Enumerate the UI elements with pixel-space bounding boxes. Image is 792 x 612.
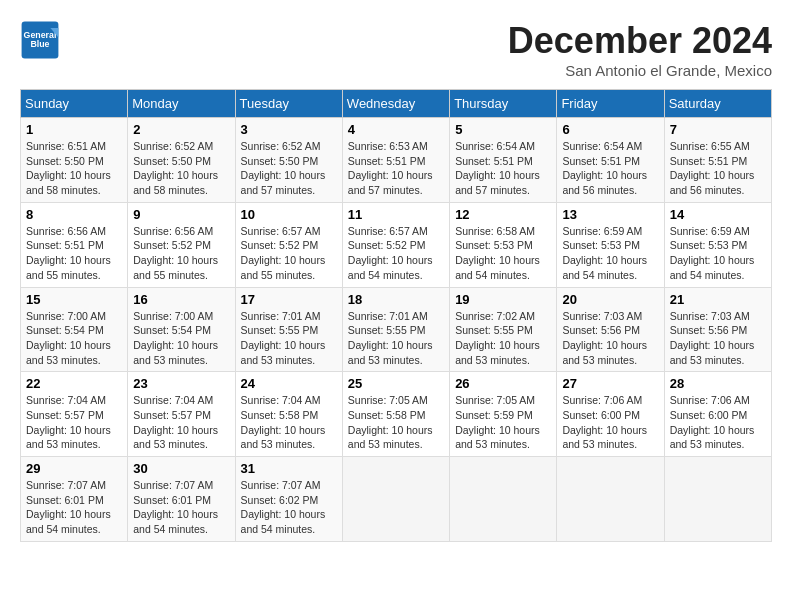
day-number: 28 [670,376,766,391]
day-detail: Sunrise: 7:05 AM Sunset: 5:58 PM Dayligh… [348,393,444,452]
day-detail: Sunrise: 7:03 AM Sunset: 5:56 PM Dayligh… [562,309,658,368]
day-detail: Sunrise: 7:02 AM Sunset: 5:55 PM Dayligh… [455,309,551,368]
calendar-day-cell: 18 Sunrise: 7:01 AM Sunset: 5:55 PM Dayl… [342,287,449,372]
day-number: 1 [26,122,122,137]
day-detail: Sunrise: 7:07 AM Sunset: 6:01 PM Dayligh… [133,478,229,537]
logo-icon: General Blue [20,20,60,60]
day-detail: Sunrise: 6:55 AM Sunset: 5:51 PM Dayligh… [670,139,766,198]
calendar-day-cell: 27 Sunrise: 7:06 AM Sunset: 6:00 PM Dayl… [557,372,664,457]
day-number: 18 [348,292,444,307]
calendar-day-cell [450,457,557,542]
day-number: 16 [133,292,229,307]
header-tuesday: Tuesday [235,90,342,118]
day-detail: Sunrise: 6:56 AM Sunset: 5:52 PM Dayligh… [133,224,229,283]
calendar-day-cell: 4 Sunrise: 6:53 AM Sunset: 5:51 PM Dayli… [342,118,449,203]
calendar-day-cell: 22 Sunrise: 7:04 AM Sunset: 5:57 PM Dayl… [21,372,128,457]
day-detail: Sunrise: 6:57 AM Sunset: 5:52 PM Dayligh… [348,224,444,283]
calendar-day-cell: 12 Sunrise: 6:58 AM Sunset: 5:53 PM Dayl… [450,202,557,287]
calendar-day-cell: 15 Sunrise: 7:00 AM Sunset: 5:54 PM Dayl… [21,287,128,372]
day-number: 20 [562,292,658,307]
calendar-day-cell: 16 Sunrise: 7:00 AM Sunset: 5:54 PM Dayl… [128,287,235,372]
day-number: 22 [26,376,122,391]
day-number: 7 [670,122,766,137]
day-number: 6 [562,122,658,137]
day-number: 4 [348,122,444,137]
calendar-day-cell [557,457,664,542]
day-number: 30 [133,461,229,476]
day-detail: Sunrise: 7:03 AM Sunset: 5:56 PM Dayligh… [670,309,766,368]
svg-text:General: General [24,30,57,40]
day-detail: Sunrise: 7:00 AM Sunset: 5:54 PM Dayligh… [133,309,229,368]
title-area: December 2024 San Antonio el Grande, Mex… [508,20,772,79]
day-detail: Sunrise: 7:07 AM Sunset: 6:01 PM Dayligh… [26,478,122,537]
day-number: 8 [26,207,122,222]
calendar-day-cell: 9 Sunrise: 6:56 AM Sunset: 5:52 PM Dayli… [128,202,235,287]
calendar-subtitle: San Antonio el Grande, Mexico [508,62,772,79]
page-header: General Blue December 2024 San Antonio e… [20,20,772,79]
calendar-day-cell [342,457,449,542]
day-detail: Sunrise: 7:00 AM Sunset: 5:54 PM Dayligh… [26,309,122,368]
day-detail: Sunrise: 7:07 AM Sunset: 6:02 PM Dayligh… [241,478,337,537]
day-number: 21 [670,292,766,307]
day-detail: Sunrise: 6:58 AM Sunset: 5:53 PM Dayligh… [455,224,551,283]
day-number: 19 [455,292,551,307]
calendar-day-cell: 8 Sunrise: 6:56 AM Sunset: 5:51 PM Dayli… [21,202,128,287]
day-detail: Sunrise: 6:59 AM Sunset: 5:53 PM Dayligh… [562,224,658,283]
calendar-day-cell: 14 Sunrise: 6:59 AM Sunset: 5:53 PM Dayl… [664,202,771,287]
calendar-day-cell: 23 Sunrise: 7:04 AM Sunset: 5:57 PM Dayl… [128,372,235,457]
day-detail: Sunrise: 7:04 AM Sunset: 5:58 PM Dayligh… [241,393,337,452]
day-detail: Sunrise: 7:04 AM Sunset: 5:57 PM Dayligh… [133,393,229,452]
day-number: 2 [133,122,229,137]
header-friday: Friday [557,90,664,118]
calendar-day-cell: 13 Sunrise: 6:59 AM Sunset: 5:53 PM Dayl… [557,202,664,287]
day-number: 26 [455,376,551,391]
day-detail: Sunrise: 6:57 AM Sunset: 5:52 PM Dayligh… [241,224,337,283]
day-detail: Sunrise: 7:01 AM Sunset: 5:55 PM Dayligh… [348,309,444,368]
day-number: 9 [133,207,229,222]
day-detail: Sunrise: 7:04 AM Sunset: 5:57 PM Dayligh… [26,393,122,452]
calendar-day-cell: 19 Sunrise: 7:02 AM Sunset: 5:55 PM Dayl… [450,287,557,372]
day-number: 17 [241,292,337,307]
day-detail: Sunrise: 6:52 AM Sunset: 5:50 PM Dayligh… [133,139,229,198]
day-number: 25 [348,376,444,391]
calendar-day-cell: 31 Sunrise: 7:07 AM Sunset: 6:02 PM Dayl… [235,457,342,542]
week-row-1: 1 Sunrise: 6:51 AM Sunset: 5:50 PM Dayli… [21,118,772,203]
calendar-day-cell: 28 Sunrise: 7:06 AM Sunset: 6:00 PM Dayl… [664,372,771,457]
calendar-day-cell: 26 Sunrise: 7:05 AM Sunset: 5:59 PM Dayl… [450,372,557,457]
calendar-day-cell: 20 Sunrise: 7:03 AM Sunset: 5:56 PM Dayl… [557,287,664,372]
day-number: 23 [133,376,229,391]
header-wednesday: Wednesday [342,90,449,118]
calendar-day-cell: 3 Sunrise: 6:52 AM Sunset: 5:50 PM Dayli… [235,118,342,203]
day-detail: Sunrise: 6:59 AM Sunset: 5:53 PM Dayligh… [670,224,766,283]
week-row-2: 8 Sunrise: 6:56 AM Sunset: 5:51 PM Dayli… [21,202,772,287]
calendar-day-cell: 29 Sunrise: 7:07 AM Sunset: 6:01 PM Dayl… [21,457,128,542]
day-number: 12 [455,207,551,222]
day-number: 13 [562,207,658,222]
header-saturday: Saturday [664,90,771,118]
day-number: 15 [26,292,122,307]
calendar-day-cell: 17 Sunrise: 7:01 AM Sunset: 5:55 PM Dayl… [235,287,342,372]
calendar-day-cell: 10 Sunrise: 6:57 AM Sunset: 5:52 PM Dayl… [235,202,342,287]
logo: General Blue [20,20,66,60]
day-detail: Sunrise: 7:06 AM Sunset: 6:00 PM Dayligh… [670,393,766,452]
day-number: 11 [348,207,444,222]
calendar-day-cell [664,457,771,542]
week-row-3: 15 Sunrise: 7:00 AM Sunset: 5:54 PM Dayl… [21,287,772,372]
day-number: 10 [241,207,337,222]
week-row-5: 29 Sunrise: 7:07 AM Sunset: 6:01 PM Dayl… [21,457,772,542]
days-header-row: Sunday Monday Tuesday Wednesday Thursday… [21,90,772,118]
week-row-4: 22 Sunrise: 7:04 AM Sunset: 5:57 PM Dayl… [21,372,772,457]
day-number: 29 [26,461,122,476]
header-thursday: Thursday [450,90,557,118]
day-number: 5 [455,122,551,137]
calendar-day-cell: 2 Sunrise: 6:52 AM Sunset: 5:50 PM Dayli… [128,118,235,203]
calendar-day-cell: 25 Sunrise: 7:05 AM Sunset: 5:58 PM Dayl… [342,372,449,457]
calendar-day-cell: 11 Sunrise: 6:57 AM Sunset: 5:52 PM Dayl… [342,202,449,287]
calendar-day-cell: 6 Sunrise: 6:54 AM Sunset: 5:51 PM Dayli… [557,118,664,203]
svg-text:Blue: Blue [30,39,49,49]
day-number: 3 [241,122,337,137]
header-monday: Monday [128,90,235,118]
day-detail: Sunrise: 7:06 AM Sunset: 6:00 PM Dayligh… [562,393,658,452]
day-number: 27 [562,376,658,391]
header-sunday: Sunday [21,90,128,118]
